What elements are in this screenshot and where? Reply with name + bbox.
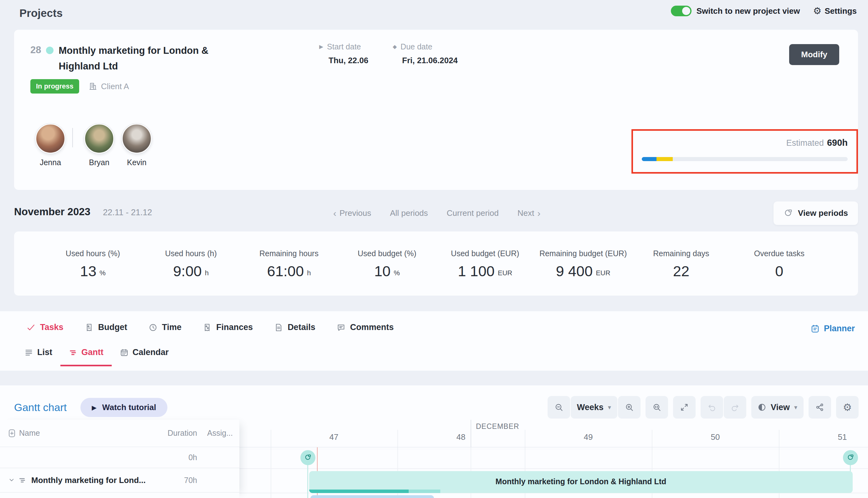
subtab-label: Gantt: [81, 348, 104, 357]
view-options-dropdown[interactable]: View ▾: [751, 396, 804, 419]
list-icon: [24, 348, 33, 357]
zoom-out-button[interactable]: [547, 396, 570, 419]
client-link[interactable]: Client A: [89, 82, 129, 91]
member-kevin[interactable]: Kevin: [118, 123, 156, 167]
timeline-header-divider: [239, 447, 868, 447]
stat-used-budget-pct: Used budget (%) 10%: [338, 249, 436, 278]
current-period-button[interactable]: Current period: [447, 208, 499, 218]
week-number: 50: [711, 432, 720, 442]
history-group: [701, 396, 746, 419]
tab-budget[interactable]: Budget: [85, 323, 127, 332]
subtab-gantt[interactable]: Gantt: [61, 348, 112, 366]
tab-finances[interactable]: Finances: [203, 323, 253, 332]
gantt-subtask-bar[interactable]: [310, 495, 434, 498]
due-diamond-icon: ◆: [393, 43, 397, 50]
gantt-table: Name Duration Assig... 0h Monthly market…: [0, 420, 239, 498]
redo-icon: [731, 403, 739, 412]
view-periods-button[interactable]: View periods: [774, 201, 858, 225]
period-row: November 2023 22.11 - 21.12 ‹Previous Al…: [14, 200, 858, 229]
stat-value: 10: [374, 264, 390, 278]
bar-progress-done: [309, 489, 409, 493]
all-periods-button[interactable]: All periods: [390, 208, 428, 218]
member-name: Kevin: [127, 158, 147, 167]
recurrence-marker-start[interactable]: [300, 450, 315, 465]
chevron-right-icon: ›: [537, 209, 540, 218]
tab-details[interactable]: Details: [274, 323, 315, 332]
avatar: [122, 123, 152, 154]
month-divider: [471, 420, 471, 447]
stat-label: Used hours (h): [142, 249, 240, 258]
stat-value: 1 100: [458, 264, 495, 278]
planner-link[interactable]: Planner: [811, 324, 855, 333]
members-divider: [72, 128, 73, 147]
watch-tutorial-button[interactable]: ▶ Watch tutorial: [80, 398, 167, 417]
contrast-icon: [757, 403, 766, 412]
due-date-label: Due date: [401, 42, 432, 51]
redo-button[interactable]: [724, 396, 746, 419]
period-nav: ‹Previous All periods Current period Nex…: [333, 208, 540, 218]
progress-segment-used: [642, 157, 657, 161]
stat-used-budget: Used budget (EUR) 1 100EUR: [436, 249, 534, 278]
gantt-task-bar[interactable]: Monthly marketing for London & Highland …: [309, 471, 853, 493]
zoom-group: Weeks ▾: [547, 396, 640, 419]
start-date-label: Start date: [327, 42, 361, 51]
tab-comments[interactable]: Comments: [337, 323, 394, 332]
cycle-icon: [847, 454, 854, 461]
table-row[interactable]: Monthly marketing for Lond... 70h: [0, 468, 239, 493]
toggle-label: Switch to new project view: [697, 6, 800, 16]
tab-time[interactable]: Time: [148, 323, 182, 332]
period-stats-card: Used hours (%) 13% Used hours (h) 9:00h …: [14, 232, 858, 296]
tab-tasks[interactable]: Tasks: [27, 323, 64, 332]
estimated-hours-highlight: Estimated690h: [632, 129, 858, 174]
stat-value: 0: [775, 264, 783, 278]
zoom-in-button[interactable]: [618, 396, 640, 419]
view-subtabs: List Gantt Calendar: [16, 348, 177, 366]
stat-label: Remaining budget (EUR): [534, 249, 632, 258]
subtab-calendar[interactable]: Calendar: [112, 348, 177, 366]
modify-button[interactable]: Modify: [789, 44, 839, 65]
magnifier-fit-icon: [652, 403, 661, 412]
table-row[interactable]: 0h: [0, 447, 239, 468]
undo-button[interactable]: [701, 396, 723, 419]
top-bar-actions: Switch to new project view ⚙ Settings: [671, 5, 857, 16]
hours-progress-bar: [642, 157, 848, 161]
gantt-icon: [68, 348, 77, 357]
toggle-knob: [682, 7, 690, 15]
member-jenna[interactable]: Jenna: [31, 123, 69, 167]
week-number: 47: [329, 432, 339, 442]
status-badge: In progress: [30, 79, 79, 93]
stat-used-hours: Used hours (h) 9:00h: [142, 249, 240, 278]
period-info: November 2023 22.11 - 21.12: [14, 206, 152, 218]
badge-row: In progress Client A: [30, 79, 129, 93]
share-button[interactable]: [808, 396, 831, 419]
gantt-settings-button[interactable]: ⚙: [836, 396, 859, 419]
new-project-view-toggle[interactable]: [671, 5, 691, 16]
zoom-fit-button[interactable]: [646, 396, 668, 419]
period-range: 22.11 - 21.12: [103, 208, 152, 218]
fullscreen-button[interactable]: [673, 396, 696, 419]
settings-button[interactable]: ⚙ Settings: [813, 6, 857, 16]
chevron-left-icon: ‹: [333, 209, 336, 218]
stat-remaining-hours: Remaining hours 61:00h: [240, 249, 338, 278]
project-card: 28 Monthly marketing for London & Highla…: [14, 30, 858, 190]
next-period-button[interactable]: Next›: [518, 208, 540, 218]
zoom-level-dropdown[interactable]: Weeks ▾: [571, 396, 617, 419]
subtab-list[interactable]: List: [16, 348, 61, 366]
stat-value: 9:00: [173, 264, 202, 278]
stat-unit: EUR: [596, 269, 610, 278]
previous-period-button[interactable]: ‹Previous: [333, 208, 371, 218]
caret-down-icon: ▾: [794, 404, 797, 410]
avatar: [84, 123, 114, 154]
magnifier-minus-icon: [555, 403, 563, 412]
stat-remaining-budget: Remaining budget (EUR) 9 400EUR: [534, 249, 632, 278]
settings-label: Settings: [825, 6, 857, 16]
add-column-button[interactable]: [7, 428, 16, 438]
start-date-value: Thu, 22.06: [328, 56, 368, 65]
gantt-section: Gantt chart ▶ Watch tutorial Weeks ▾: [0, 385, 868, 498]
member-bryan[interactable]: Bryan: [80, 123, 118, 167]
row-divider: [239, 468, 868, 469]
stat-unit: h: [205, 269, 209, 278]
recurrence-marker-end[interactable]: [843, 450, 858, 465]
subtab-label: Calendar: [133, 348, 169, 357]
chevron-down-icon[interactable]: [8, 476, 16, 484]
